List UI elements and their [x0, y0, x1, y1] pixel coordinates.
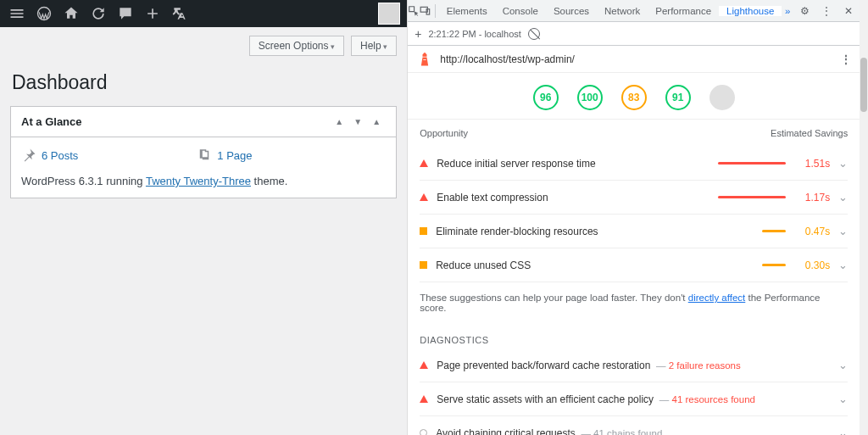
savings-bar: [718, 162, 786, 165]
score-gauge[interactable]: —: [709, 85, 735, 110]
score-gauge[interactable]: 91: [665, 85, 691, 110]
severity-icon: [420, 395, 428, 403]
add-new-icon[interactable]: [139, 0, 166, 27]
opportunity-text: Reduce initial server response time: [437, 158, 709, 170]
savings-header: Estimated Savings: [771, 128, 848, 138]
devtools-tabstrip: ElementsConsoleSourcesNetworkPerformance…: [408, 0, 860, 22]
diagnostic-text: Page prevented back/forward cache restor…: [437, 360, 830, 371]
page-title: Dashboard: [0, 56, 407, 106]
move-down-icon[interactable]: ▼: [348, 117, 367, 126]
severity-icon: [420, 429, 427, 435]
lighthouse-report-body: Opportunity Estimated Savings Reduce ini…: [408, 120, 860, 435]
pages-count: 1 Page: [197, 148, 252, 163]
device-icon[interactable]: [420, 0, 431, 22]
score-gauge[interactable]: 83: [621, 85, 647, 110]
severity-icon: [420, 361, 428, 369]
wp-page-actions: Screen Options Help: [0, 27, 407, 56]
updates-icon[interactable]: [85, 0, 112, 27]
tab-network[interactable]: Network: [597, 6, 648, 16]
savings-value: 0.47s: [794, 226, 830, 237]
run-info: 2:21:22 PM - localhost: [428, 29, 520, 39]
tab-lighthouse[interactable]: Lighthouse: [719, 6, 782, 16]
diagnostic-row[interactable]: Serve static assets with an efficient ca…: [420, 382, 848, 416]
expand-icon[interactable]: ⌄: [838, 427, 848, 435]
tab-performance[interactable]: Performance: [648, 6, 719, 16]
savings-value: 0.30s: [794, 259, 830, 271]
severity-icon: [420, 261, 427, 269]
score-gauge[interactable]: 96: [533, 85, 559, 110]
diagnostic-meta: 41 chains found: [581, 428, 662, 436]
severity-icon: [420, 193, 428, 201]
wp-admin-toolbar: [0, 0, 407, 27]
wp-version-text: WordPress 6.3.1 running Twenty Twenty-Th…: [21, 175, 386, 187]
opportunity-text: Eliminate render-blocking resources: [436, 226, 709, 237]
menu-icon[interactable]: [3, 0, 31, 27]
widget-title: At a Glance: [21, 115, 82, 128]
opportunities-note: These suggestions can help your page loa…: [420, 282, 848, 323]
toggle-icon[interactable]: ▲: [367, 117, 386, 126]
opportunity-text: Enable text compression: [437, 192, 709, 204]
diagnostic-row[interactable]: Avoid chaining critical requests 41 chai…: [420, 416, 848, 435]
score-gauges: 961008391—: [408, 73, 860, 120]
opportunity-header: Opportunity: [420, 128, 468, 138]
report-menu-icon[interactable]: ⋮: [841, 53, 851, 65]
opportunity-row[interactable]: Eliminate render-blocking resources0.47s…: [420, 215, 848, 248]
score-gauge[interactable]: 100: [577, 85, 603, 110]
screen-options-button[interactable]: Screen Options: [249, 36, 344, 56]
tab-sources[interactable]: Sources: [546, 6, 597, 16]
diagnostic-meta: 2 failure reasons: [656, 360, 741, 371]
wordpress-logo-icon[interactable]: [31, 0, 58, 27]
directly-affect-link[interactable]: directly affect: [688, 293, 746, 303]
tab-elements[interactable]: Elements: [439, 6, 495, 16]
diagnostic-text: Avoid chaining critical requests 41 chai…: [436, 427, 830, 436]
expand-icon[interactable]: ⌄: [838, 157, 848, 170]
widget-body: 6 Posts 1 Page WordPress 6.3.1 running T…: [11, 137, 396, 198]
settings-icon[interactable]: ⚙: [793, 0, 815, 22]
expand-icon[interactable]: ⌄: [838, 191, 848, 204]
expand-icon[interactable]: ⌄: [838, 393, 848, 405]
pages-link[interactable]: 1 Page: [217, 149, 252, 162]
comments-icon[interactable]: [112, 0, 139, 27]
widget-header: At a Glance ▲ ▼ ▲: [11, 107, 396, 137]
savings-bar: [718, 196, 786, 198]
at-a-glance-widget: At a Glance ▲ ▼ ▲ 6 Posts 1 Page WordPre…: [10, 106, 397, 198]
help-button[interactable]: Help: [351, 36, 397, 56]
more-tabs-icon[interactable]: »: [782, 0, 793, 22]
translate-icon[interactable]: [166, 0, 193, 27]
vertical-scrollbar[interactable]: [860, 0, 868, 435]
inspect-icon[interactable]: [408, 0, 420, 22]
close-devtools-icon[interactable]: ✕: [837, 0, 860, 22]
menu-dots-icon[interactable]: ⋮: [815, 0, 837, 22]
wordpress-admin-pane: Screen Options Help Dashboard At a Glanc…: [0, 0, 407, 435]
opportunity-row[interactable]: Enable text compression1.17s⌄: [420, 181, 848, 215]
expand-icon[interactable]: ⌄: [838, 359, 848, 371]
opportunity-row[interactable]: Reduce unused CSS0.30s⌄: [420, 248, 848, 282]
home-icon[interactable]: [58, 0, 85, 27]
expand-icon[interactable]: ⌄: [838, 259, 848, 271]
severity-icon: [420, 159, 428, 167]
add-icon[interactable]: +: [415, 27, 421, 41]
diagnostic-meta: 41 resources found: [659, 394, 755, 404]
severity-icon: [420, 227, 427, 235]
diagnostic-row[interactable]: Page prevented back/forward cache restor…: [420, 349, 848, 382]
posts-link[interactable]: 6 Posts: [42, 149, 78, 162]
tab-console[interactable]: Console: [495, 6, 546, 16]
diagnostic-text: Serve static assets with an efficient ca…: [437, 393, 830, 405]
posts-count: 6 Posts: [21, 148, 78, 163]
tested-url: http://localhost/test/wp-admin/: [440, 53, 575, 65]
lighthouse-url-row: http://localhost/test/wp-admin/ ⋮: [408, 46, 860, 73]
user-avatar[interactable]: [378, 3, 400, 25]
pages-icon: [197, 148, 212, 163]
move-up-icon[interactable]: ▲: [330, 117, 348, 126]
devtools-subbar: + 2:21:22 PM - localhost: [408, 22, 860, 46]
diagnostics-header: DIAGNOSTICS: [420, 323, 848, 349]
expand-icon[interactable]: ⌄: [838, 225, 848, 237]
pin-icon: [21, 148, 36, 163]
theme-link[interactable]: Twenty Twenty-Three: [146, 175, 251, 187]
savings-value: 1.17s: [794, 192, 830, 204]
clear-icon[interactable]: [528, 28, 540, 40]
savings-bar: [762, 264, 786, 266]
opportunity-text: Reduce unused CSS: [436, 259, 709, 271]
lighthouse-icon: [416, 51, 433, 68]
opportunity-row[interactable]: Reduce initial server response time1.51s…: [420, 147, 848, 181]
